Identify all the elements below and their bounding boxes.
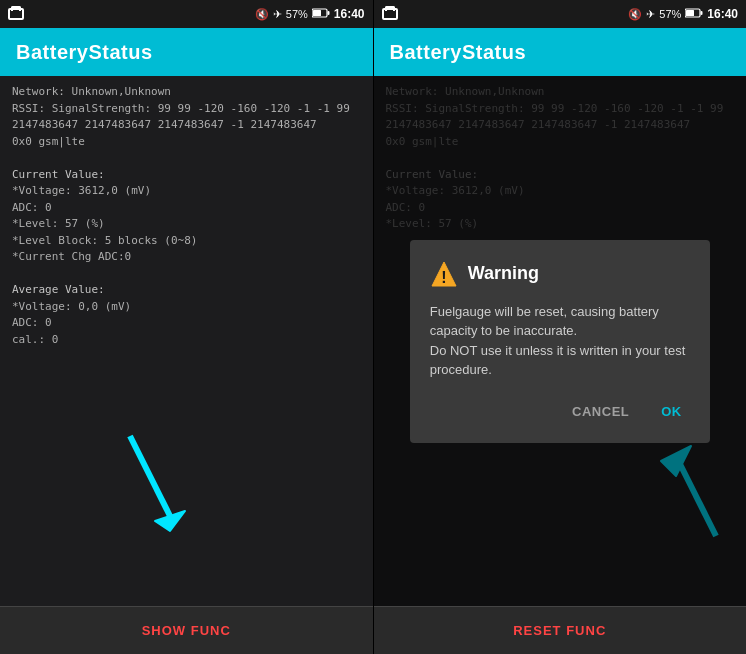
current-chg-line: *Current Chg ADC:0 xyxy=(12,249,361,266)
dialog-buttons: CANCEL OK xyxy=(430,400,690,423)
right-app-title-bar: BatteryStatus xyxy=(374,28,747,76)
right-phone-panel: 🔇 ✈ 57% 16:40 BatteryStatus Network: Unk… xyxy=(374,0,747,654)
rssi-extra-line: 2147483647 2147483647 2147483647 -1 2147… xyxy=(12,117,361,134)
mute-icon: 🔇 xyxy=(255,8,269,21)
avg-adc-line: ADC: 0 xyxy=(12,315,361,332)
dialog-title: Warning xyxy=(468,263,539,284)
mute-icon-right: 🔇 xyxy=(628,8,642,21)
left-app-title: BatteryStatus xyxy=(16,41,153,64)
camera-icon xyxy=(8,8,24,20)
network-line: Network: Unknown,Unknown xyxy=(12,84,361,101)
svg-rect-8 xyxy=(686,10,694,16)
time-display-right: 16:40 xyxy=(707,7,738,21)
battery-icon xyxy=(312,8,330,20)
status-bar-right-left-icons xyxy=(382,8,398,20)
warning-icon: ! xyxy=(430,260,458,288)
status-bar-right: 🔇 ✈ 57% 16:40 xyxy=(374,0,747,28)
warning-dialog: ! Warning Fuelgauge will be reset, causi… xyxy=(410,240,710,443)
average-value-label: Average Value: xyxy=(12,282,361,299)
avg-voltage-line: *Voltage: 0,0 (mV) xyxy=(12,299,361,316)
down-arrow-annotation xyxy=(100,416,200,546)
battery-icon-right xyxy=(685,8,703,20)
camera-icon-right xyxy=(382,8,398,20)
adc-line: ADC: 0 xyxy=(12,200,361,217)
status-bar-right-right-info: 🔇 ✈ 57% 16:40 xyxy=(628,7,738,21)
left-content-area: Network: Unknown,Unknown RSSI: SignalStr… xyxy=(0,76,373,606)
right-bottom-button[interactable]: RESET FUNC xyxy=(374,606,747,654)
dialog-title-row: ! Warning xyxy=(430,260,690,288)
level-block-line: *Level Block: 5 blocks (0~8) xyxy=(12,233,361,250)
right-content-area: Network: Unknown,Unknown RSSI: SignalStr… xyxy=(374,76,747,606)
cancel-button[interactable]: CANCEL xyxy=(564,400,637,423)
svg-line-4 xyxy=(130,436,170,516)
battery-level: 57% xyxy=(286,8,308,20)
status-bar-left-icons xyxy=(8,8,24,20)
airplane-icon-right: ✈ xyxy=(646,8,655,21)
left-app-title-bar: BatteryStatus xyxy=(0,28,373,76)
left-bottom-button-text: SHOW FUNC xyxy=(142,623,231,638)
current-value-label: Current Value: xyxy=(12,167,361,184)
battery-level-right: 57% xyxy=(659,8,681,20)
svg-rect-2 xyxy=(313,10,321,16)
level-line: *Level: 57 (%) xyxy=(12,216,361,233)
svg-rect-7 xyxy=(701,11,703,15)
svg-marker-5 xyxy=(155,511,185,531)
voltage-line: *Voltage: 3612,0 (mV) xyxy=(12,183,361,200)
rssi-line: RSSI: SignalStrength: 99 99 -120 -160 -1… xyxy=(12,101,361,118)
airplane-icon: ✈ xyxy=(273,8,282,21)
right-bottom-button-text: RESET FUNC xyxy=(513,623,606,638)
status-bar-left: 🔇 ✈ 57% 16:40 xyxy=(0,0,373,28)
dialog-overlay: ! Warning Fuelgauge will be reset, causi… xyxy=(374,76,747,606)
svg-rect-1 xyxy=(327,11,329,15)
status-bar-right-info: 🔇 ✈ 57% 16:40 xyxy=(255,7,365,21)
right-app-title: BatteryStatus xyxy=(390,41,527,64)
svg-text:!: ! xyxy=(441,269,446,286)
cal-line: cal.: 0 xyxy=(12,332,361,349)
left-phone-panel: 🔇 ✈ 57% 16:40 BatteryStatus Network: Unk… xyxy=(0,0,373,654)
time-display: 16:40 xyxy=(334,7,365,21)
left-content-text: Network: Unknown,Unknown RSSI: SignalStr… xyxy=(12,84,361,348)
ok-button[interactable]: OK xyxy=(653,400,690,423)
left-bottom-button[interactable]: SHOW FUNC xyxy=(0,606,373,654)
dialog-message: Fuelgauge will be reset, causing battery… xyxy=(430,302,690,380)
network-type-line: 0x0 gsm|lte xyxy=(12,134,361,151)
